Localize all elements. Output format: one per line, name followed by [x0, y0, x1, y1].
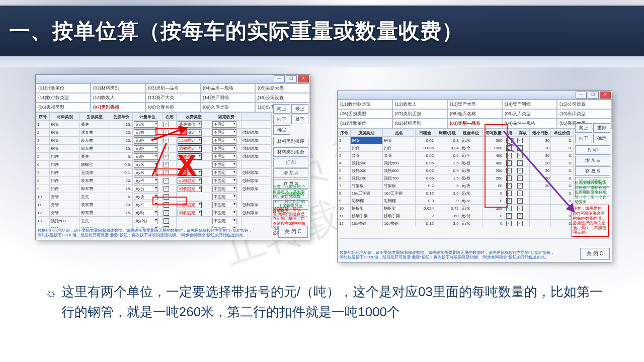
table-row[interactable]: 1钢管钢管0.010.3元/米260.300.	[338, 137, 574, 144]
tab-(13)资产大类[interactable]: (13)资产大类	[447, 100, 502, 109]
table-row[interactable]: 3钢管装车费20.元/吨出租固定不固定强制添加	[36, 137, 272, 145]
tab-(10)出库类型[interactable]: (10)出库类型	[557, 109, 612, 119]
tab-(07)类别丢损[interactable]: (07)类别丢损	[91, 103, 145, 112]
table-row[interactable]: 2钢管调直费20.元/根维修项定不固定强制添加	[36, 129, 272, 137]
close-c-button[interactable]: 关 闭 C	[580, 248, 610, 260]
tab-(12)收发人[interactable]: (12)收发人	[392, 100, 447, 109]
close-c-button[interactable]: 关 闭 C	[278, 226, 308, 238]
green-tip: 租金的录入口是入口租金，某日租金或周期租金中任填写一个，另一个自动算出	[575, 180, 609, 205]
tab-(08)仓库名称[interactable]: (08)仓库名称	[145, 103, 200, 112]
tab-grid: (01)计量单位(02)材料类别(03)类别—品名(04)品名—规格(05)丢赔…	[36, 83, 310, 113]
table-row[interactable]: 816#工字钢16#工字钢0.123.6元/米0.0.	[338, 190, 574, 197]
bullet-sun-icon: ☼	[45, 283, 57, 322]
table-row[interactable]: 4顶托500顶托5000.051.5元/根400.300.	[338, 159, 574, 167]
max-button[interactable]: ▢	[286, 75, 297, 82]
tab-(04)品名—规格[interactable]: (04)品名—规格	[502, 119, 557, 128]
explain-text: 这里有两个单位，一定要选择带括号的元/（吨），这个是对应03里面的每吨数量的，比…	[61, 282, 604, 322]
grid-wrap: 序号材料类别丢损类型丢损单价计量单位在用收费类型固定收费1钢管丢失15.元/米丢…	[36, 113, 272, 228]
table-row[interactable]: 1216#槽钢16#槽钢0.123.6元/米0.0.	[338, 220, 574, 227]
btn-向上[interactable]: 向上	[575, 123, 592, 133]
table-row[interactable]: 6顶托700顶托7000.051.5元/根200.300.	[338, 174, 574, 182]
red-tip: 注意：如果要在(07)里面使用这里的每吨数量的话，必须选择的单位是元/（吨），不…	[572, 205, 609, 237]
tab-(01)计量单位[interactable]: (01)计量单位	[36, 83, 91, 93]
close-button[interactable]: X	[600, 92, 611, 99]
btn-确定[interactable]: 确定	[273, 125, 290, 135]
btn-存 盘 S[interactable]: 存 盘 S	[575, 166, 610, 176]
table-row[interactable]: 9扣件卸车费15.元/台回收固定不固定强制添加	[36, 185, 272, 193]
titlebar: — ▢ X	[36, 75, 310, 83]
table-row[interactable]: 1钢管丢失15.元/米丢失赔偿不固定	[36, 121, 272, 129]
btn-打 印[interactable]: 打 印	[575, 145, 610, 155]
tab-(03)类别—品名[interactable]: (03)类别—品名	[447, 119, 502, 128]
footer-note: 数据初始化完毕后，请不要随意删除和修改数据。如果确实需要删除无用的数据时，请先用…	[38, 228, 254, 238]
grid-wrap: 序号所属类别品名日租金周期/月租租金单位每吨数量用存放最小日数单位价值1钢管钢管…	[338, 129, 574, 234]
btn-重排[interactable]: 重排	[593, 123, 610, 133]
tab-grid: (11)收付款类型(12)收发人(13)资产大类(14)资产明细(15)公司设置…	[338, 100, 612, 129]
min-button[interactable]: —	[576, 92, 587, 99]
table-row[interactable]: 11移动手架移动手架260元/付0.0.	[338, 212, 574, 220]
btn-向下[interactable]: 向下	[273, 115, 290, 124]
btn-确定[interactable]: 确定	[593, 134, 610, 143]
tab-(11)收付款类型[interactable]: (11)收付款类型	[36, 93, 91, 103]
titlebar: — ▢ X	[338, 91, 612, 100]
btn-增 加 A[interactable]: 增 加 A	[273, 168, 308, 178]
btn-材料类别组合[interactable]: 材料类别组合	[273, 147, 308, 157]
tab-(02)材料类别[interactable]: (02)材料类别	[91, 83, 145, 93]
table-row[interactable]: 5顶托600顶托6000.030.9元/根200.300.	[338, 167, 574, 174]
tab-(03)类别—品名[interactable]: (03)类别—品名	[145, 83, 200, 93]
tab-(07)类别丢损[interactable]: (07)类别丢损	[392, 109, 447, 119]
btn-向下[interactable]: 向下	[575, 134, 592, 143]
tab-(08)仓库名称[interactable]: (08)仓库名称	[447, 109, 502, 119]
max-button[interactable]: ▢	[588, 92, 599, 99]
tab-(06)丢损类型[interactable]: (06)丢损类型	[36, 103, 91, 112]
btn-向上[interactable]: 向上	[273, 104, 290, 114]
table-row[interactable]: 2扣件扣件0.0060.24元/个1000.300.	[338, 144, 574, 152]
tab-(09)入库类型[interactable]: (09)入库类型	[502, 109, 557, 119]
tab-(01)计量单位[interactable]: (01)计量单位	[338, 119, 392, 128]
data-grid[interactable]: 序号材料类别丢损类型丢损单价计量单位在用收费类型固定收费1钢管丢失15.元/米丢…	[36, 113, 272, 228]
btn-打 印[interactable]: 打 印	[273, 158, 308, 167]
tab-(04)品名—规格[interactable]: (04)品名—规格	[200, 83, 255, 93]
explain-paragraph: ☼ 这里有两个单位，一定要选择带括号的元/（吨），这个是对应03里面的每吨数量的…	[45, 282, 604, 322]
btn-最下[interactable]: 最下	[291, 115, 308, 124]
footer-note: 数据初始化完毕后，请不要随意删除和修改数据。如果确实需要删除无用的数据时，请先用…	[340, 250, 556, 260]
table-row[interactable]: 7扣件无油漆0.1.元/米回收固定不固定强制添加	[36, 169, 272, 177]
tab-(13)资产大类[interactable]: (13)资产大类	[145, 93, 200, 103]
screenshots-area: — ▢ X (01)计量单位(02)材料类别(03)类别—品名(04)品名—规格…	[35, 74, 624, 265]
btn-增 加 A[interactable]: 增 加 A	[575, 156, 610, 165]
tab-(02)材料类别[interactable]: (02)材料类别	[392, 119, 447, 128]
window-03-leibie-pinming: — ▢ X (11)收付款类型(12)收发人(13)资产大类(14)资产明细(1…	[337, 90, 612, 262]
footer: 数据初始化完毕后，请不要随意删除和修改数据。如果确实需要删除无用的数据时，请先用…	[340, 238, 610, 260]
tab-(15)公司设置[interactable]: (15)公司设置	[255, 93, 310, 103]
tab-(15)公司设置[interactable]: (15)公司设置	[557, 100, 612, 109]
table-row[interactable]: 10快拆架快拆架0.0240.72元/米208.0.	[338, 205, 574, 212]
tab-(05)丢赔大类[interactable]: (05)丢赔大类	[255, 83, 310, 93]
min-button[interactable]: —	[274, 75, 285, 82]
data-grid[interactable]: 序号所属类别品名日租金周期/月租租金单位每吨数量用存放最小日数单位价值1钢管钢管…	[338, 129, 574, 227]
tab-(14)资产明细[interactable]: (14)资产明细	[200, 93, 255, 103]
tab-(06)丢损类型[interactable]: (06)丢损类型	[338, 109, 392, 119]
tab-(14)资产明细[interactable]: (14)资产明细	[502, 100, 557, 109]
tab-(12)收发人[interactable]: (12)收发人	[91, 93, 145, 103]
slide-title-band: 一、按单位算（按每车的实际重量或数量收费）	[0, 5, 644, 57]
slide-subbar	[0, 56, 644, 67]
btn-最上[interactable]: 最上	[291, 104, 308, 114]
btn-材料类别排序[interactable]: 材料类别排序	[273, 137, 308, 146]
table-row[interactable]: 9彩钢棚彩钢棚0.39元/㎡0.0.	[338, 197, 574, 205]
close-button[interactable]: X	[298, 75, 309, 82]
tab-(11)收付款类型[interactable]: (11)收付款类型	[338, 100, 392, 109]
footer: 数据初始化完毕后，请不要随意删除和修改数据。如果确实需要删除无用的数据时，请先用…	[38, 216, 308, 238]
slide-title: 一、按单位算（按每车的实际重量或数量收费）	[9, 17, 463, 45]
table-row[interactable]: 8扣件装车费20.元/件出租固定不固定强制添加	[36, 177, 272, 185]
table-row[interactable]: 3套管套管0.020.6元/个400.300.	[338, 152, 574, 159]
window-07-leibie-diusun: — ▢ X (01)计量单位(02)材料类别(03)类别—品名(04)品名—规格…	[35, 74, 310, 240]
table-row[interactable]: 10套管丢失6.元/块不固定	[36, 193, 272, 201]
table-row[interactable]: 4钢管卸车费15.元/吨回收固定不固定强制添加	[36, 145, 272, 153]
table-row[interactable]: 11套管装车费20.元/件出租固定不固定强制添加	[36, 201, 272, 209]
table-row[interactable]: 6扣件缺螺丝0.5.元/米不固定	[36, 161, 272, 169]
tab-(09)入库类型[interactable]: (09)入库类型	[200, 103, 255, 112]
table-row[interactable]: 5扣件丢失5.元/吨回收固定不固定强制添加	[36, 153, 272, 161]
table-row[interactable]: 7竹架板竹架板0.26元/块80.300.	[338, 182, 574, 190]
